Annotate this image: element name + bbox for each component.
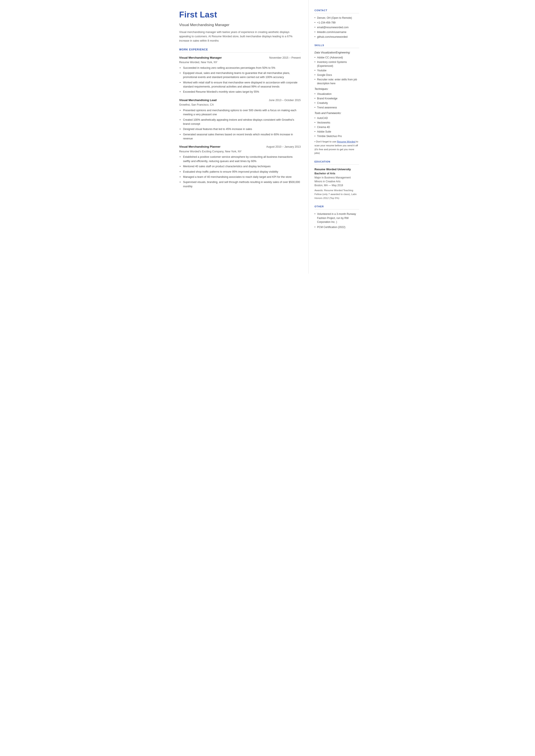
skill-0-1: Inventory control Systems (Experienced) (315, 60, 359, 68)
contact-item-2: email@resumeworded.com (315, 25, 359, 29)
edu-details: Major in Business Management Minors in C… (315, 176, 359, 187)
candidate-summary: Visual merchandising manager with twelve… (179, 30, 301, 43)
bullet-1-3: Worked with retail staff to ensure that … (179, 81, 301, 89)
other-list: Volunteered in a 3-month Runway Fashion … (315, 212, 359, 229)
skills-cat-2: Tools and Frameworks: (315, 111, 359, 115)
education-section: EDUCATION Resume Worded University Bache… (315, 160, 359, 200)
right-column: CONTACT Denver, OH (Open to Remote) +1-2… (309, 0, 365, 274)
job-title-1: Visual Merchandising Manager (179, 56, 222, 60)
bullet-1-2: Equipped visual, sales and merchandising… (179, 71, 301, 79)
contact-item-0: Denver, OH (Open to Remote) (315, 16, 359, 20)
bullet-3-3: Evaluated shop traffic patterns to ensur… (179, 170, 301, 174)
bullet-2-3: Designed visual features that led to 45%… (179, 127, 301, 131)
other-section-title: OTHER (315, 205, 359, 210)
job-entry-1: Visual Merchandising Manager November 20… (179, 56, 301, 94)
skills-list-0: Adobe CC (Advanced) Inventory control Sy… (315, 56, 359, 85)
skill-2-0: AutoCAD (315, 116, 359, 120)
job-bullets-2: Presented opinions and merchandising opt… (179, 108, 301, 141)
skills-cat-0: Data Visualization/Engineering: (315, 51, 359, 55)
other-item-0: Volunteered in a 3-month Runway Fashion … (315, 212, 359, 224)
job-header-1: Visual Merchandising Manager November 20… (179, 56, 301, 60)
job-bullets-3: Established a positive customer service … (179, 155, 301, 188)
skill-1-1: Brand Knowledge (315, 97, 359, 100)
skill-1-2: Creativity (315, 101, 359, 105)
job-company-3: Resume Worded's Exciting Company, New Yo… (179, 150, 301, 154)
skill-0-4: Recruiter note: enter skills from job de… (315, 78, 359, 85)
skill-0-2: Youtube (315, 69, 359, 72)
job-dates-1: November 2015 – Present (269, 56, 301, 60)
skill-2-2: Cinema 4D (315, 125, 359, 129)
job-dates-3: August 2010 – January 2013 (266, 145, 301, 149)
job-title-2: Visual Merchandising Lead (179, 98, 217, 102)
job-company-2: Growthsi, San Francisco, CA (179, 103, 301, 107)
contact-item-3: linkedin.com/in/username (315, 30, 359, 34)
job-company-1: Resume Worded, New York, NY (179, 60, 301, 65)
job-header-2: Visual Merchandising Lead June 2013 – Oc… (179, 98, 301, 102)
education-section-title: EDUCATION (315, 160, 359, 165)
other-item-1: PCM Certification (2022) (315, 225, 359, 229)
skill-1-0: Visualization (315, 92, 359, 96)
resume-page: First Last Visual Merchandising Manager … (171, 0, 365, 274)
skill-2-1: Vectoworks (315, 121, 359, 125)
contact-item-4: github.com/resumeworded (315, 35, 359, 39)
bullet-2-4: Generated seasonal sales themes based on… (179, 132, 301, 141)
skill-0-0: Adobe CC (Advanced) (315, 56, 359, 60)
bullet-3-1: Established a positive customer service … (179, 155, 301, 163)
edu-school: Resume Worded University (315, 167, 359, 172)
skills-cat-1: Techniques: (315, 87, 359, 91)
bullet-3-4: Managed a team of 40 merchandising assoc… (179, 175, 301, 179)
job-entry-2: Visual Merchandising Lead June 2013 – Oc… (179, 98, 301, 141)
resume-worded-link[interactable]: Resume Worded (337, 140, 355, 143)
job-header-3: Visual Merchandising Planner August 2010… (179, 145, 301, 149)
job-bullets-1: Succeeded in reducing zero selling acces… (179, 66, 301, 94)
candidate-name: First Last (179, 9, 301, 21)
skills-list-2: AutoCAD Vectoworks Cinema 4D Adobe Suite… (315, 116, 359, 138)
edu-awards: Awards: Resume Worded Teaching Fellow (o… (315, 188, 359, 200)
work-experience-section-title: WORK EXPERIENCE (179, 48, 301, 53)
edu-degree: Bachelor of Arts (315, 172, 359, 176)
contact-section: CONTACT Denver, OH (Open to Remote) +1-2… (315, 9, 359, 39)
skill-0-3: Google Docs (315, 73, 359, 77)
job-entry-3: Visual Merchandising Planner August 2010… (179, 145, 301, 188)
edu-major: Major in Business Management (315, 176, 351, 179)
bullet-3-2: Mentored 40 sales staff on product chara… (179, 164, 301, 169)
skills-section: SKILLS Data Visualization/Engineering: A… (315, 43, 359, 155)
contact-item-1: +1-234-456-789 (315, 21, 359, 25)
job-title-3: Visual Merchandising Planner (179, 145, 221, 149)
edu-location-date: Boston, MA — May 2018 (315, 184, 343, 187)
skills-section-title: SKILLS (315, 43, 359, 48)
skills-list-1: Visualization Brand Knowledge Creativity… (315, 92, 359, 109)
left-column: First Last Visual Merchandising Manager … (171, 0, 309, 274)
job-dates-2: June 2013 – October 2015 (269, 98, 300, 102)
bullet-2-1: Presented opinions and merchandising opt… (179, 108, 301, 117)
candidate-title: Visual Merchandising Manager (179, 22, 301, 28)
bullet-2-2: Created 100% aesthetically appealing ins… (179, 118, 301, 126)
other-section: OTHER Volunteered in a 3-month Runway Fa… (315, 205, 359, 229)
contact-section-title: CONTACT (315, 9, 359, 14)
contact-list: Denver, OH (Open to Remote) +1-234-456-7… (315, 16, 359, 39)
bullet-3-5: Supervised visuals, branding, and sell t… (179, 180, 301, 188)
skill-1-3: Trend awareness (315, 106, 359, 109)
bullet-1-4: Exceeded Resume Worded's monthly store s… (179, 90, 301, 94)
skills-note: • Don't forget to use Resume Worded to s… (315, 140, 359, 155)
skill-2-4: Trimble Sketchuo Pro (315, 134, 359, 138)
skill-2-3: Adobe Suite (315, 130, 359, 134)
edu-minor: Minors in Creative Arts (315, 180, 341, 183)
bullet-1-1: Succeeded in reducing zero selling acces… (179, 66, 301, 70)
